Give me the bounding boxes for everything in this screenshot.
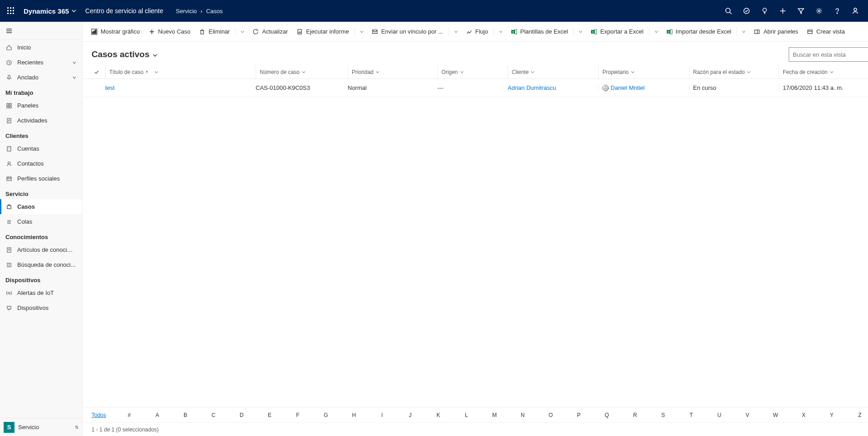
alpha-letter[interactable]: L <box>452 412 480 418</box>
cmd-enviar-un-v-nculo-por-[interactable]: Enviar un vínculo por ... <box>368 24 447 39</box>
alpha-letter[interactable]: B <box>171 412 199 418</box>
svg-rect-55 <box>201 30 204 34</box>
hamburger-icon[interactable] <box>0 22 82 40</box>
chevron-down-icon <box>654 29 659 34</box>
column-header-owner[interactable]: Propietario <box>598 65 689 78</box>
cmd-abrir-paneles[interactable]: Abrir paneles <box>750 24 802 39</box>
cmd-dropdown[interactable] <box>651 24 661 39</box>
app-launcher-icon[interactable] <box>4 4 18 18</box>
column-header-date[interactable]: Fecha de creación <box>779 65 868 78</box>
alpha-letter[interactable]: E <box>256 412 284 418</box>
owner-link[interactable]: Daniel Mntiel <box>611 84 645 91</box>
case-title-link[interactable]: test <box>105 84 115 91</box>
alpha-letter[interactable]: X <box>790 412 818 418</box>
lightbulb-icon[interactable] <box>756 0 774 22</box>
alpha-letter[interactable]: F <box>284 412 312 418</box>
view-selector[interactable]: Casos activos <box>92 49 158 59</box>
alpha-letter[interactable]: N <box>509 412 537 418</box>
cmd-plantillas-de-excel[interactable]: XPlantillas de Excel <box>507 24 572 39</box>
select-all-checkbox[interactable] <box>92 69 105 75</box>
view-search[interactable] <box>789 47 868 62</box>
alpha-letter[interactable]: G <box>312 412 340 418</box>
search-icon[interactable] <box>719 0 737 22</box>
alpha-letter[interactable]: R <box>621 412 649 418</box>
sidebar-item-home[interactable]: Inicio <box>0 40 82 55</box>
alpha-letter[interactable]: Z <box>846 412 868 418</box>
cmd-dropdown[interactable] <box>576 24 586 39</box>
add-icon[interactable] <box>774 0 792 22</box>
breadcrumb-item[interactable]: Servicio <box>176 8 197 15</box>
column-header-title[interactable]: Título de caso <box>105 65 256 78</box>
cmd-dropdown[interactable] <box>451 24 461 39</box>
alpha-letter[interactable]: K <box>424 412 452 418</box>
column-header-origin[interactable]: Origen <box>437 65 508 78</box>
gear-icon[interactable] <box>810 0 828 22</box>
cmd-dropdown[interactable] <box>496 24 506 39</box>
cmd-nuevo-caso[interactable]: Nuevo Caso <box>145 24 194 39</box>
view-title-text: Casos activos <box>92 49 150 59</box>
client-link[interactable]: Adrian Dumitrascu <box>508 84 556 91</box>
alpha-letter[interactable]: V <box>733 412 761 418</box>
sidebar-item-cases[interactable]: Casos <box>0 199 82 214</box>
brand-label[interactable]: Dynamics 365 <box>24 7 76 15</box>
alpha-letter[interactable]: P <box>565 412 593 418</box>
sidebar-item-panels[interactable]: Paneles <box>0 98 82 113</box>
cmd-eliminar[interactable]: Eliminar <box>195 24 233 39</box>
user-icon[interactable] <box>846 0 864 22</box>
alpha-letter[interactable]: M <box>480 412 509 418</box>
cmd-dropdown[interactable] <box>238 24 247 39</box>
column-header-reason[interactable]: Razón para el estado <box>689 65 779 78</box>
column-header-priority[interactable]: Prioridad <box>348 65 437 78</box>
alpha-letter[interactable]: J <box>396 412 424 418</box>
cmd-dropdown[interactable] <box>739 24 749 39</box>
alpha-letter[interactable]: Q <box>593 412 621 418</box>
cmd-flujo[interactable]: Flujo <box>462 24 492 39</box>
alpha-letter[interactable]: H <box>340 412 368 418</box>
alpha-letter[interactable]: C <box>199 412 228 418</box>
column-header-number[interactable]: Número de caso <box>256 65 348 78</box>
sidebar-item-pinned[interactable]: Anclado <box>0 70 82 85</box>
cmd-dropdown[interactable] <box>357 24 367 39</box>
filter-icon[interactable] <box>792 0 810 22</box>
alpha-letter[interactable]: A <box>143 412 171 418</box>
navbar: Dynamics 365 Centro de servicio al clien… <box>0 0 868 22</box>
alpha-letter[interactable]: I <box>368 412 396 418</box>
sidebar-item-recent[interactable]: Recientes <box>0 55 82 70</box>
search-input[interactable] <box>793 51 868 58</box>
alpha-letter[interactable]: W <box>761 412 790 418</box>
cmd-mostrar-gr-fico[interactable]: Mostrar gráfico <box>87 24 144 39</box>
breadcrumb-item[interactable]: Casos <box>206 8 223 15</box>
sidebar-item-iot-alerts[interactable]: Alertas de IoT <box>0 285 82 300</box>
app-name[interactable]: Centro de servicio al cliente <box>85 7 163 15</box>
alpha-letter[interactable]: U <box>705 412 733 418</box>
sidebar-item-contacts[interactable]: Contactos <box>0 156 82 171</box>
alpha-letter[interactable]: T <box>677 412 705 418</box>
task-icon[interactable] <box>737 0 756 22</box>
sidebar-item-knowledge-articles[interactable]: Artículos de conocim... <box>0 242 82 257</box>
table-row[interactable]: testCAS-01000-K9C0S3Normal---Adrian Dumi… <box>82 79 868 97</box>
sidebar-item-accounts[interactable]: Cuentas <box>0 141 82 156</box>
alpha-letter[interactable]: D <box>228 412 256 418</box>
alpha-letter[interactable]: Y <box>818 412 846 418</box>
column-header-client[interactable]: Cliente <box>508 65 598 78</box>
cmd-exportar-a-excel[interactable]: XExportar a Excel <box>587 24 647 39</box>
help-icon[interactable] <box>828 0 846 22</box>
sidebar-item-queues[interactable]: Colas <box>0 214 82 229</box>
alpha-num[interactable]: # <box>115 412 143 418</box>
alpha-all[interactable]: Todos <box>92 412 115 418</box>
chevron-down-icon <box>154 70 159 74</box>
separator <box>354 27 355 36</box>
navbar-left: Dynamics 365 Centro de servicio al clien… <box>4 4 223 18</box>
alpha-letter[interactable]: O <box>537 412 565 418</box>
cmd-importar-desde-excel[interactable]: XImportar desde Excel <box>662 24 735 39</box>
sidebar-item-social-profiles[interactable]: Perfiles sociales <box>0 171 82 186</box>
separator <box>737 27 737 36</box>
alpha-letter[interactable]: S <box>649 412 677 418</box>
sidebar-item-devices[interactable]: Dispositivos <box>0 300 82 315</box>
cmd-ejecutar-informe[interactable]: Ejecutar informe <box>292 24 353 39</box>
cmd-crear-vista[interactable]: Crear vista <box>803 24 849 39</box>
sidebar-item-knowledge-search[interactable]: Búsqueda de conoci... <box>0 257 82 272</box>
area-switcher[interactable]: S Servicio ⇅ <box>0 418 82 436</box>
sidebar-item-activities[interactable]: Actividades <box>0 113 82 128</box>
cmd-actualizar[interactable]: Actualizar <box>248 24 291 39</box>
